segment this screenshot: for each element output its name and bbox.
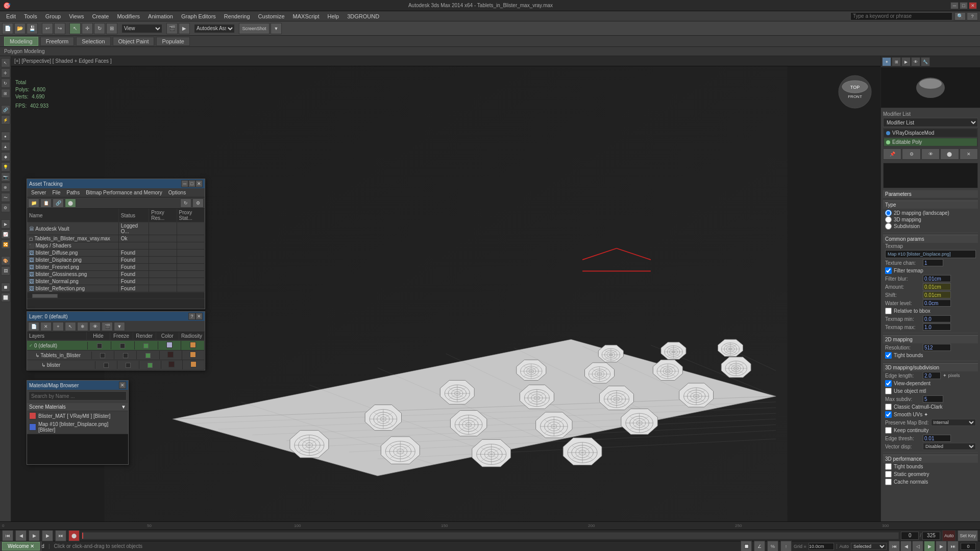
status-mode-select[interactable]: Selected [851,543,887,550]
search-btn[interactable]: 🔍 [954,12,966,20]
timeline-play-end[interactable]: ⏭ [55,530,66,541]
screenshot-btn[interactable]: ScreenShot [239,23,270,34]
maximize-btn[interactable]: □ [960,2,968,9]
asset-scrollbar-h[interactable] [27,292,205,298]
timeline-play-back[interactable]: ⏮ [2,530,13,541]
sidebar-scale[interactable]: ⊞ [1,89,10,98]
tight-bounds2-cb[interactable] [885,463,892,470]
view-dep-cb[interactable] [885,380,892,387]
material-search-input[interactable] [29,391,127,400]
status-snap[interactable]: 🔲 [741,541,752,552]
layer-freeze-0[interactable] [111,341,135,349]
sidebar-bind[interactable]: ⚡ [1,115,10,124]
menu-graph-editors[interactable]: Graph Editors [177,11,220,21]
tb-select[interactable]: ↖ [69,23,81,34]
tight-bounds-cb[interactable] [885,352,892,359]
smooth-uvs-cb[interactable] [885,411,892,418]
texmap-max-input[interactable] [923,323,951,331]
layer-color-swatch-2[interactable] [168,361,175,367]
sidebar-lights[interactable]: 💡 [1,162,10,171]
amount-input[interactable] [923,283,951,290]
material-item-0[interactable]: Blister_MAT [ VRayMtl ] [Blister] [27,411,128,420]
tb-rotate[interactable]: ↻ [94,23,105,34]
layer-render-cb-2[interactable] [148,363,153,368]
sidebar-play[interactable]: ▶ [1,219,10,229]
layer-freeze-cb-0[interactable] [120,343,125,348]
sidebar-link[interactable]: 🔗 [1,105,10,114]
type-3d-radio[interactable] [885,216,892,223]
layer-color-0[interactable] [158,341,182,350]
table-row[interactable]: 🖼 blister_Diffuse.png Found [27,249,205,257]
sidebar-create[interactable]: ● [1,132,10,141]
menu-customize[interactable]: Customize [254,11,289,21]
asset-tb-1[interactable]: 📁 [28,198,39,208]
asset-panel-header[interactable]: Asset Tracking ─ □ ✕ [27,179,205,188]
layer-freeze-2[interactable] [117,361,139,368]
layer-panel-close[interactable]: ✕ [195,313,203,320]
asset-menu-bitmap[interactable]: Bitmap Performance and Memory [83,189,165,196]
layer-tb-render[interactable]: 🎬 [102,322,113,331]
layer-render-0[interactable] [135,341,158,349]
type-2d-radio[interactable] [885,210,892,216]
status-percent[interactable]: % [767,541,778,552]
layer-tb-hide[interactable]: 👁 [89,322,101,331]
tb-open[interactable]: 📂 [14,23,26,34]
sidebar-rotate[interactable]: ↻ [1,79,10,88]
texmap-value[interactable]: Map #10 [blister_Displace.png] [885,250,976,258]
asset-tb-2[interactable]: 📋 [40,198,52,208]
filter-texmap-cb[interactable] [885,267,892,274]
help-icon[interactable]: ? [967,12,978,20]
table-row[interactable]: 🖼 blister_Reflection.png Found [27,285,205,292]
status-angle[interactable]: ∠ [754,541,765,552]
layer-tb-select[interactable]: ↖ [65,322,76,331]
layer-freeze-cb-1[interactable] [123,353,128,358]
table-row[interactable]: ⬛ Maps / Shaders [27,242,205,249]
menu-animation[interactable]: Animation [144,11,177,21]
timeline-next-frame[interactable]: ▶ [42,530,53,541]
material-panel-header[interactable]: Material/Map Browser ✕ [27,381,128,390]
layer-radiosity-swatch-0[interactable] [190,342,196,348]
mod-show-result[interactable]: 👁 [921,148,940,160]
mod-remove[interactable]: ✕ [960,148,978,160]
tb-move[interactable]: ✛ [82,23,93,34]
layer-hide-cb-2[interactable] [104,363,109,368]
asset-panel-minimize[interactable]: ─ [181,180,188,187]
tb-save[interactable]: 💾 [27,23,38,34]
mode-freeform[interactable]: Freeform [40,37,75,46]
sidebar-systems[interactable]: ⚙ [1,203,10,212]
layer-tb-collapse[interactable]: ▼ [114,322,125,331]
asset-tb-refresh[interactable]: ↻ [180,198,191,208]
classic-catmull-cb[interactable] [885,404,892,410]
search-input[interactable] [850,12,952,20]
menu-tools[interactable]: Tools [20,11,41,21]
layer-hide-2[interactable] [95,361,117,368]
layer-row-tablets[interactable]: ↳ Tablets_in_Blister [27,350,205,360]
pb-play-rev[interactable]: ◁ [912,541,923,552]
cache-normals-cb[interactable] [885,479,892,485]
menu-maxscript[interactable]: MAXScript [289,11,324,21]
layer-freeze-cb-2[interactable] [126,363,131,368]
asset-menu-server[interactable]: Server [28,189,49,196]
preserve-map-bnd-select[interactable]: Internal External [931,419,976,426]
sidebar-helpers[interactable]: ⊕ [1,183,10,192]
sidebar-curve-editor[interactable]: 📈 [1,230,10,239]
sidebar-select[interactable]: ↖ [1,58,10,67]
mod-pin[interactable]: 📌 [883,148,901,160]
sidebar-space-warps[interactable]: 〜 [1,193,10,202]
asset-menu-options[interactable]: Options [165,189,189,196]
layer-color-swatch-0[interactable] [166,342,173,348]
timeline-set-key[interactable]: Set Key [958,530,978,541]
table-row[interactable]: 🖼 blister_Normal.png Found [27,278,205,285]
layer-render-cb-0[interactable] [143,343,149,348]
tb-scale[interactable]: ⊞ [106,23,117,34]
pb-prev[interactable]: ◀ [900,541,912,552]
menu-help[interactable]: Help [324,11,344,21]
tb-render[interactable]: ▶ [179,23,190,34]
timeline-play[interactable]: ▶ [29,530,40,541]
max-subdiv-input[interactable] [923,395,943,403]
modifier-editable-poly[interactable]: Editable Poly [884,138,977,146]
layer-hide-cb-0[interactable] [97,343,102,348]
water-level-input[interactable] [923,299,951,307]
menu-3dground[interactable]: 3DGROUND [343,11,383,21]
layer-hide-1[interactable] [92,351,114,359]
